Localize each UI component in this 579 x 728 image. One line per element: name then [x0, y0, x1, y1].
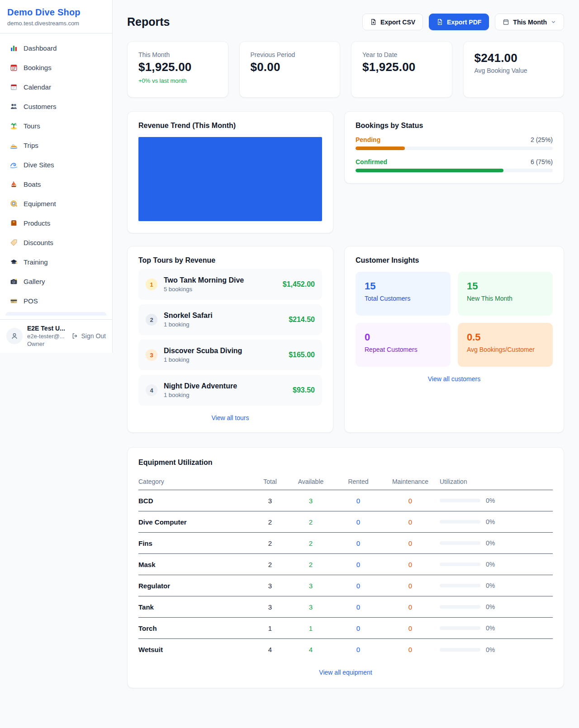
- stat-cards: This Month $1,925.00 +0% vs last month P…: [127, 41, 564, 98]
- sidebar-item-reports-partial[interactable]: [5, 312, 107, 316]
- tile-repeat-customers: 0 Repeat Customers: [356, 323, 451, 367]
- cell-utilization: 0%: [440, 646, 553, 653]
- col-utilization: Utilization: [440, 478, 553, 485]
- period-select[interactable]: This Month: [495, 14, 564, 30]
- sailboat-icon: [10, 180, 18, 188]
- cell-rented: 0: [336, 603, 381, 611]
- calendar-pad-icon: [10, 83, 18, 91]
- export-pdf-button[interactable]: Export PDF: [429, 14, 489, 30]
- sidebar-item-label: Tours: [24, 122, 40, 130]
- sidebar-item-training[interactable]: Training: [5, 254, 107, 270]
- cell-total: 2: [254, 518, 286, 526]
- rank-badge: 1: [146, 279, 157, 290]
- sidebar-item-customers[interactable]: Customers: [5, 98, 107, 115]
- cell-utilization: 0%: [440, 624, 553, 632]
- cell-category: Dive Computer: [138, 518, 254, 526]
- cell-utilization: 0%: [440, 582, 553, 589]
- utilization-bar: [440, 648, 480, 652]
- shop-domain: demo.test.divestreams.com: [7, 20, 105, 27]
- sidebar-item-discounts[interactable]: Discounts: [5, 234, 107, 251]
- utilization-bar: [440, 520, 480, 524]
- top-tours-title: Top Tours by Revenue: [138, 256, 322, 265]
- top-tours-card: Top Tours by Revenue 1 Two Tank Morning …: [127, 246, 333, 433]
- bookings-by-status-card: Bookings by Status Pending 2 (25%) Confi…: [344, 111, 564, 184]
- sign-out-button[interactable]: Sign Out: [71, 332, 106, 340]
- cell-available: 3: [286, 603, 336, 611]
- utilization-pct: 0%: [486, 518, 495, 525]
- status-label: Confirmed: [356, 158, 387, 165]
- utilization-bar: [440, 626, 480, 630]
- wave-icon: [10, 161, 18, 169]
- cell-total: 4: [254, 646, 286, 653]
- chevron-down-icon: [551, 19, 556, 25]
- equipment-table: Category Total Available Rented Maintena…: [138, 473, 553, 660]
- export-csv-button[interactable]: Export CSV: [362, 14, 423, 30]
- tour-bookings: 5 bookings: [164, 286, 276, 293]
- table-row: Mask 2 2 0 0 0%: [138, 554, 553, 575]
- stat-label: Avg Booking Value: [475, 67, 553, 74]
- sidebar-item-dive-sites[interactable]: Dive Sites: [5, 156, 107, 173]
- table-row: BCD 3 3 0 0 0%: [138, 490, 553, 511]
- table-row: Fins 2 2 0 0 0%: [138, 533, 553, 554]
- cell-maintenance: 0: [381, 497, 440, 505]
- sidebar-item-boats[interactable]: Boats: [5, 176, 107, 193]
- sidebar-item-products[interactable]: Products: [5, 215, 107, 232]
- export-pdf-label: Export PDF: [447, 19, 481, 26]
- calendar-icon: [503, 19, 509, 25]
- col-category: Category: [138, 478, 254, 485]
- sidebar-item-gallery[interactable]: Gallery: [5, 273, 107, 290]
- tour-amount: $214.50: [289, 316, 315, 324]
- tour-bookings: 1 booking: [164, 356, 282, 363]
- sidebar-item-calendar[interactable]: Calendar: [5, 79, 107, 95]
- cell-maintenance: 0: [381, 624, 440, 632]
- stat-label: This Month: [138, 51, 217, 58]
- tour-row[interactable]: 1 Two Tank Morning Dive 5 bookings $1,45…: [138, 269, 322, 300]
- sidebar-item-tours[interactable]: Tours: [5, 118, 107, 134]
- cell-available: 2: [286, 518, 336, 526]
- tour-bookings: 1 booking: [164, 321, 282, 328]
- view-all-tours-link[interactable]: View all tours: [138, 414, 322, 421]
- cell-utilization: 0%: [440, 518, 553, 525]
- file-download-icon: [370, 19, 377, 25]
- utilization-bar: [440, 499, 480, 502]
- cell-available: 4: [286, 646, 336, 653]
- rank-badge: 2: [146, 314, 157, 326]
- view-all-equipment-link[interactable]: View all equipment: [138, 669, 553, 676]
- stat-label: Year to Date: [362, 51, 441, 58]
- revenue-trend-chart: [138, 137, 322, 221]
- sidebar-item-bookings[interactable]: 17 Bookings: [5, 59, 107, 76]
- sidebar-item-equipment[interactable]: Equipment: [5, 195, 107, 212]
- view-all-customers-link[interactable]: View all customers: [356, 375, 553, 383]
- island-icon: [10, 122, 18, 130]
- stat-card-this-month: This Month $1,925.00 +0% vs last month: [127, 41, 228, 98]
- tour-amount: $93.50: [293, 386, 315, 394]
- user-role: Owner: [27, 340, 67, 347]
- sidebar-item-trips[interactable]: Trips: [5, 137, 107, 154]
- utilization-bar: [440, 605, 480, 609]
- tour-name: Discover Scuba Diving: [164, 347, 282, 355]
- rank-badge: 4: [146, 384, 157, 396]
- col-total: Total: [254, 478, 286, 485]
- cell-maintenance: 0: [381, 603, 440, 611]
- credit-card-icon: [10, 297, 18, 305]
- sidebar-item-pos[interactable]: POS: [5, 293, 107, 309]
- tile-new-this-month: 15 New This Month: [458, 272, 553, 316]
- sidebar-item-label: POS: [24, 297, 38, 305]
- sidebar-header: Demo Dive Shop demo.test.divestreams.com: [0, 0, 112, 33]
- stat-value: $1,925.00: [138, 60, 217, 74]
- cell-category: Torch: [138, 624, 254, 632]
- user-name: E2E Test U...: [27, 325, 67, 332]
- cell-rented: 0: [336, 497, 381, 505]
- utilization-bar: [440, 541, 480, 545]
- revenue-trend-title: Revenue Trend (This Month): [138, 122, 322, 130]
- tour-row[interactable]: 4 Night Dive Adventure 1 booking $93.50: [138, 375, 322, 406]
- equipment-utilization-title: Equipment Utilization: [138, 459, 553, 467]
- tour-row[interactable]: 2 Snorkel Safari 1 booking $214.50: [138, 304, 322, 335]
- utilization-pct: 0%: [486, 561, 495, 568]
- stat-label: Previous Period: [251, 51, 329, 58]
- charts-row: Revenue Trend (This Month) Bookings by S…: [127, 111, 564, 233]
- sidebar-item-dashboard[interactable]: Dashboard: [5, 40, 107, 57]
- cell-total: 2: [254, 539, 286, 547]
- tour-row[interactable]: 3 Discover Scuba Diving 1 booking $165.0…: [138, 340, 322, 370]
- sidebar-nav: Dashboard 17 Bookings Calendar Customers…: [0, 33, 112, 319]
